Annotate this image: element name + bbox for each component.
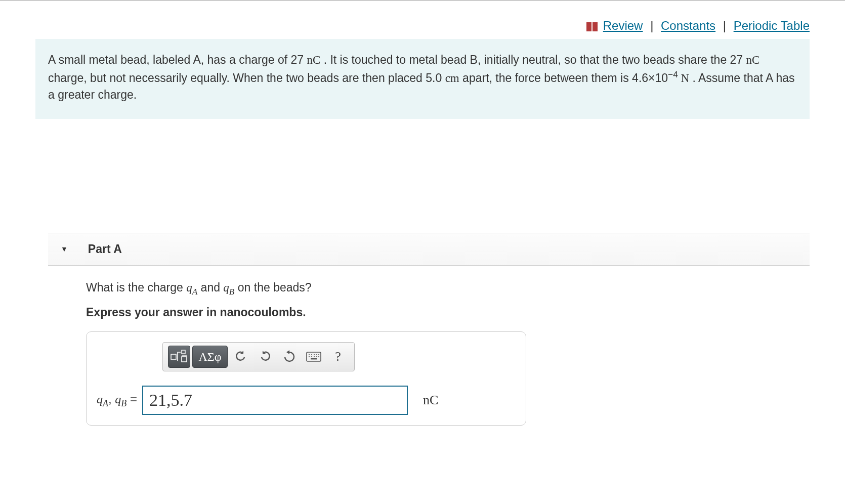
svg-rect-4 (182, 357, 187, 362)
math-templates-button[interactable] (168, 346, 190, 368)
svg-point-7 (309, 354, 310, 355)
constants-link[interactable]: Constants (661, 19, 715, 32)
redo-button[interactable] (254, 346, 276, 368)
answer-box: ΑΣφ ? qA, qB = (86, 331, 526, 426)
svg-point-12 (309, 356, 310, 357)
equation-toolbar: ΑΣφ ? (162, 342, 355, 371)
answer-instruction: Express your answer in nanocoulombs. (86, 306, 810, 319)
top-links-bar: Review | Constants | Periodic Table (0, 1, 845, 39)
problem-statement: A small metal bead, labeled A, has a cha… (35, 39, 810, 119)
svg-rect-1 (593, 22, 598, 31)
answer-lhs: qA, qB = (97, 392, 137, 409)
svg-point-8 (311, 354, 312, 355)
separator: | (650, 19, 653, 32)
book-icon (586, 22, 598, 31)
svg-point-10 (316, 354, 317, 355)
svg-point-15 (316, 356, 317, 357)
svg-rect-2 (171, 354, 176, 359)
help-button[interactable]: ? (327, 346, 349, 368)
answer-unit: nC (423, 393, 438, 408)
part-a-body: What is the charge qA and qB on the bead… (86, 281, 810, 426)
svg-rect-0 (586, 22, 592, 31)
svg-point-9 (314, 354, 315, 355)
undo-button[interactable] (230, 346, 252, 368)
review-link[interactable]: Review (603, 19, 643, 32)
periodic-table-link[interactable]: Periodic Table (734, 19, 810, 32)
separator: | (723, 19, 726, 32)
svg-point-14 (314, 356, 315, 357)
part-label: Part A (88, 242, 122, 256)
greek-symbols-button[interactable]: ΑΣφ (192, 346, 228, 368)
svg-point-16 (318, 356, 319, 357)
svg-point-13 (311, 356, 312, 357)
reset-button[interactable] (278, 346, 301, 368)
keyboard-button[interactable] (303, 346, 325, 368)
collapse-icon: ▼ (61, 245, 68, 253)
svg-rect-3 (182, 350, 185, 354)
question-text: What is the charge qA and qB on the bead… (86, 281, 810, 297)
part-a-header[interactable]: ▼ Part A (48, 233, 810, 266)
answer-input[interactable] (142, 386, 408, 415)
svg-point-11 (318, 354, 319, 355)
answer-row: qA, qB = nC (97, 386, 516, 415)
svg-rect-17 (311, 358, 317, 359)
